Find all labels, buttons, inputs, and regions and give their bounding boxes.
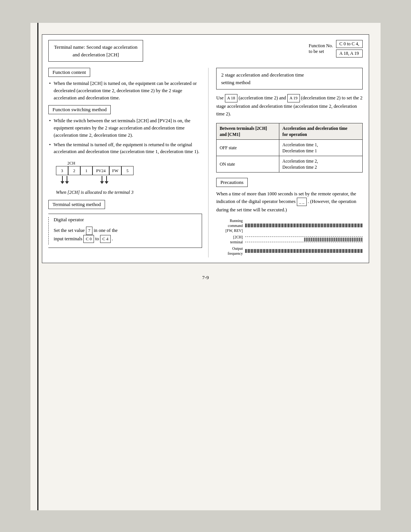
left-bar xyxy=(37,23,38,510)
timing-bar-2ch-fill xyxy=(304,238,363,241)
precautions-box: _ _ xyxy=(297,198,307,206)
two-col-layout: Function content When the terminal [2CH]… xyxy=(48,68,363,257)
function-content-list: When the terminal [2CH] is turned on, th… xyxy=(48,80,202,101)
timing-bar-running-fill xyxy=(245,224,363,227)
terminal-setting-label: Terminal setting method xyxy=(48,200,105,209)
timing-row-2ch: [2CH]terminal xyxy=(216,235,363,244)
right-column: 2 stage acceleration and deceleration ti… xyxy=(215,68,363,257)
function-content-label: Function content xyxy=(48,68,90,77)
timing-label-running: Runningcommand[FW, REV] xyxy=(216,218,243,233)
timing-bar-output xyxy=(245,248,363,254)
terminal-cell-5: 5 xyxy=(121,166,134,175)
use-text2: (acceleration time 2) and xyxy=(239,95,286,101)
use-box1: A 18 xyxy=(225,94,237,102)
arrow-left-2 xyxy=(65,176,69,184)
function-no-to-set-label: to be set xyxy=(309,49,324,54)
terminal-diagram-label: 2CH xyxy=(67,161,202,165)
terminal-name-box: Terminal name: Second stage acceleration… xyxy=(48,40,143,62)
table-col2-header: Acceleration and deceleration timefor op… xyxy=(279,123,363,139)
main-content-box: Terminal name: Second stage acceleration… xyxy=(42,34,369,263)
terminal-cell-2: 2 xyxy=(68,166,80,175)
timing-label-2ch: [2CH]terminal xyxy=(216,235,243,244)
terminal-diagram-caption: When [2CH] is allocated to the terminal … xyxy=(56,190,202,195)
terminal-cells: 3 2 1 PV24 FW 5 xyxy=(56,166,202,175)
table-on-value: Acceleration time 2,Deceleration time 2 xyxy=(279,156,363,172)
use-text-block: Use A 18 (acceleration time 2) and A 19 … xyxy=(216,94,363,118)
table-row-off: OFF state Acceleration time 1,Decelerati… xyxy=(217,139,363,156)
timing-dashed-bot1 xyxy=(245,242,363,243)
timing-bar-2ch xyxy=(245,236,363,243)
table-off-state: OFF state xyxy=(217,139,279,156)
terminal-from: C 0 xyxy=(83,235,94,243)
timing-label-output: Outputfrequency xyxy=(216,246,243,256)
arrow-right-1 xyxy=(100,176,104,184)
precautions-label: Precautions xyxy=(216,178,248,187)
function-switching-label: Function switching method xyxy=(48,105,111,114)
terminal-cell-pv24: PV24 xyxy=(92,166,109,175)
use-box2: A 19 xyxy=(287,94,300,102)
table-on-state: ON state xyxy=(217,156,279,172)
use-text1: Use xyxy=(216,95,223,101)
timing-row-output: Outputfrequency xyxy=(216,246,363,256)
timing-dashed-top1 xyxy=(245,236,363,237)
page: Terminal name: Second stage acceleration… xyxy=(30,23,381,510)
terminal-to: C 4 xyxy=(100,235,111,243)
set-value-line: Set the set value 7 in one of the input … xyxy=(54,227,198,243)
digital-operator-box: Digital operator Set the set value 7 in … xyxy=(48,214,202,248)
timing-chart: Runningcommand[FW, REV] [2CH]terminal xyxy=(216,218,363,256)
terminal-name-line2: and deceleration [2CH] xyxy=(73,52,119,58)
function-no-value1: C 0 to C 4, xyxy=(336,40,363,48)
page-number: 7-9 xyxy=(42,275,369,281)
fn-values: C 0 to C 4, A 18, A 19 xyxy=(336,40,363,58)
function-switching-item1: While the switch between the set termina… xyxy=(48,117,202,139)
terminal-cell-fw: FW xyxy=(109,166,121,175)
terminal-diagram: 2CH 3 2 1 PV24 FW 5 xyxy=(56,161,202,195)
arrow-area xyxy=(56,176,202,187)
digital-operator-label: Digital operator xyxy=(54,217,198,223)
function-no-area: Function No. to be set C 0 to C 4, A 18,… xyxy=(309,40,363,58)
stage-title: 2 stage acceleration and deceleration ti… xyxy=(221,72,304,85)
set-value-text3: input terminals xyxy=(54,236,82,241)
table-off-value: Acceleration time 1,Deceleration time 1 xyxy=(279,139,363,156)
function-no-value2: A 18, A 19 xyxy=(336,50,363,58)
timing-row-running: Runningcommand[FW, REV] xyxy=(216,218,363,233)
to-label: to xyxy=(95,236,100,241)
terminal-cell-1: 1 xyxy=(80,166,92,175)
function-switching-item2: When the terminal is turned off, the equ… xyxy=(48,141,202,156)
timing-bar-output-fill xyxy=(245,249,363,253)
arrow-right-2 xyxy=(105,176,108,184)
function-content-item1: When the terminal [2CH] is turned on, th… xyxy=(48,80,202,101)
fn-row: Function No. to be set C 0 to C 4, A 18,… xyxy=(309,40,363,58)
table-row-on: ON state Acceleration time 2,Deceleratio… xyxy=(217,156,363,172)
set-value-text1: Set the set value xyxy=(54,228,85,233)
function-no-label: Function No. xyxy=(309,43,333,48)
terminal-cell-3: 3 xyxy=(56,166,68,175)
terminal-setting-section: Terminal setting method Digital operator… xyxy=(48,200,202,248)
left-column: Function content When the terminal [2CH]… xyxy=(48,68,209,257)
table-col1-header: Between terminals [2CH]and [CM1] xyxy=(217,123,279,139)
stage-title-box: 2 stage acceleration and deceleration ti… xyxy=(216,68,363,89)
header-row: Terminal name: Second stage acceleration… xyxy=(48,40,363,62)
state-table: Between terminals [2CH]and [CM1] Acceler… xyxy=(216,123,363,173)
terminal-name-line1: Terminal name: Second stage acceleration xyxy=(54,44,137,50)
set-value-text2: in one of the xyxy=(94,228,118,233)
dashed-left xyxy=(48,217,49,244)
precautions-text-block: When a time of more than 1000 seconds is… xyxy=(216,190,363,214)
function-switching-list: While the switch between the set termina… xyxy=(48,117,202,155)
arrow-left-1 xyxy=(61,176,64,184)
set-value-box: 7 xyxy=(86,227,93,235)
timing-bar-running xyxy=(245,222,363,228)
